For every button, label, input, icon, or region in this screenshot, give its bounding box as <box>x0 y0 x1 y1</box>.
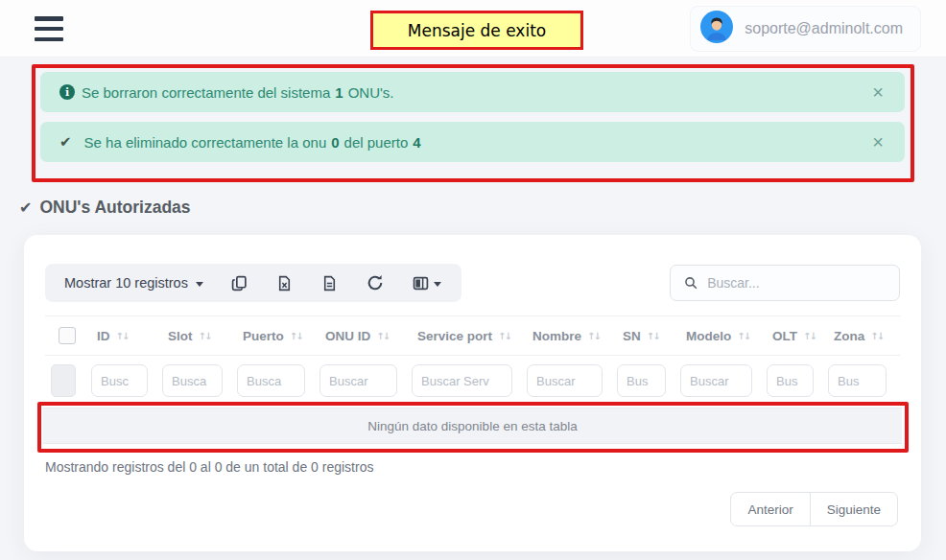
column-header-sn[interactable]: SN ↑↓ <box>615 329 678 343</box>
refresh-button[interactable] <box>352 264 398 302</box>
filter-cell <box>615 364 678 397</box>
filter-slot-input[interactable] <box>162 364 223 397</box>
close-icon[interactable]: × <box>872 82 884 102</box>
sort-icon: ↑↓ <box>376 331 389 341</box>
column-header-service-port[interactable]: Service port ↑↓ <box>410 329 525 343</box>
page-title-text: ONU's Autorizadas <box>39 198 190 218</box>
info-icon: i <box>59 84 75 100</box>
column-label: OLT <box>772 329 797 343</box>
alert-text: Se ha eliminado correctamente la onu 0 d… <box>84 134 421 151</box>
select-all-checkbox[interactable] <box>59 327 76 344</box>
pagination: Anterior Siguiente <box>730 492 898 526</box>
onus-table-card: Mostrar 10 registros <box>24 235 921 551</box>
column-label: Puerto <box>243 329 284 343</box>
alert-text-part: Se borraron correctamente del sistema <box>82 84 330 101</box>
column-header-id[interactable]: ID ↑↓ <box>89 329 160 343</box>
column-header-nombre[interactable]: Nombre ↑↓ <box>525 329 615 343</box>
filter-modelo-input[interactable] <box>680 364 752 397</box>
filter-disabled-box <box>51 364 76 397</box>
alert-text-part: ONU's. <box>348 84 394 101</box>
close-icon[interactable]: × <box>872 132 884 152</box>
column-label: Slot <box>168 329 193 343</box>
file-export-button[interactable] <box>307 264 352 302</box>
filter-service-port-input[interactable] <box>412 364 512 397</box>
column-header-modelo[interactable]: Modelo ↑↓ <box>678 329 765 343</box>
table-toolbar: Mostrar 10 registros <box>45 264 900 302</box>
filter-nombre-input[interactable] <box>527 364 603 397</box>
filter-cell <box>235 364 318 397</box>
refresh-icon <box>367 274 384 292</box>
sort-icon: ↑↓ <box>870 331 883 341</box>
filter-cell <box>678 364 765 397</box>
filter-onu-id-input[interactable] <box>319 364 397 397</box>
excel-file-icon <box>276 275 293 292</box>
excel-export-button[interactable] <box>262 264 307 302</box>
copy-button[interactable] <box>217 264 262 302</box>
search-input[interactable] <box>707 275 886 291</box>
column-header-puerto[interactable]: Puerto ↑↓ <box>235 329 318 343</box>
filter-zona-input[interactable] <box>828 364 887 397</box>
table-info-text: Mostrando registros del 0 al 0 de un tot… <box>45 459 900 475</box>
alert-count: 1 <box>335 84 343 101</box>
check-icon: ✔ <box>19 198 32 217</box>
empty-table-message: Ningún dato disponible en esta tabla <box>43 408 902 444</box>
avatar <box>700 11 733 47</box>
hamburger-menu-icon[interactable] <box>35 16 63 41</box>
next-page-button[interactable]: Siguiente <box>810 492 898 526</box>
filter-sn-input[interactable] <box>617 364 666 397</box>
filter-cell <box>525 364 615 397</box>
column-label: Modelo <box>686 329 731 343</box>
table-buttons-group: Mostrar 10 registros <box>45 264 461 302</box>
check-icon: ✔ <box>59 133 72 151</box>
page-length-dropdown[interactable]: Mostrar 10 registros <box>51 275 217 291</box>
filter-cell <box>160 364 235 397</box>
alert-onus-deleted: i Se borraron correctamente del sistema … <box>40 72 905 112</box>
columns-icon <box>413 275 429 292</box>
column-header-slot[interactable]: Slot ↑↓ <box>160 329 235 343</box>
filter-olt-input[interactable] <box>767 364 814 397</box>
column-label: ID <box>97 329 110 343</box>
column-header-olt[interactable]: OLT ↑↓ <box>765 329 826 343</box>
chevron-down-icon <box>434 282 441 287</box>
filter-cell <box>89 364 160 397</box>
alert-text-part: Se ha eliminado correctamente la onu <box>84 134 327 151</box>
hamburger-bar <box>35 16 63 21</box>
column-label: Nombre <box>532 329 581 343</box>
alert-text-part: del puerto <box>344 134 409 151</box>
filter-cell <box>410 364 525 397</box>
filter-cell <box>765 364 826 397</box>
filter-id-input[interactable] <box>91 364 148 397</box>
alert-port-number: 4 <box>413 134 420 151</box>
column-label: ONU ID <box>325 329 370 343</box>
table-filter-row <box>45 356 900 408</box>
table-search <box>670 265 900 301</box>
copy-icon <box>231 275 248 292</box>
sort-icon: ↑↓ <box>116 331 129 341</box>
column-label: Zona <box>834 329 864 343</box>
search-icon <box>684 275 698 291</box>
screen: soporte@adminolt.com Mensaje de exito i … <box>0 0 946 560</box>
document-icon <box>321 275 338 292</box>
column-header-onu-id[interactable]: ONU ID ↑↓ <box>318 329 410 343</box>
user-menu[interactable]: soporte@adminolt.com <box>690 6 921 52</box>
select-all-cell <box>45 327 89 344</box>
sort-icon: ↑↓ <box>199 331 211 341</box>
hamburger-bar <box>35 27 63 32</box>
page-title: ✔ ONU's Autorizadas <box>19 198 191 218</box>
previous-page-button[interactable]: Anterior <box>730 492 810 526</box>
column-label: Service port <box>417 329 492 343</box>
chevron-down-icon <box>196 282 203 287</box>
alert-onu-removed: ✔ Se ha eliminado correctamente la onu 0… <box>40 122 905 162</box>
alerts-container: i Se borraron correctamente del sistema … <box>40 72 905 172</box>
page-length-label: Mostrar 10 registros <box>64 275 188 291</box>
annotation-success-label: Mensaje de exito <box>370 11 583 50</box>
column-visibility-button[interactable] <box>398 264 456 302</box>
table-header-row: ID ↑↓ Slot ↑↓ Puerto ↑↓ ONU ID ↑↓ Servic… <box>45 315 900 356</box>
empty-state-wrap: Ningún dato disponible en esta tabla <box>43 408 902 444</box>
alert-onu-number: 0 <box>331 134 339 151</box>
sort-icon: ↑↓ <box>498 331 510 341</box>
user-email: soporte@adminolt.com <box>745 20 903 37</box>
column-header-zona[interactable]: Zona ↑↓ <box>826 329 899 343</box>
sort-icon: ↑↓ <box>587 331 600 341</box>
filter-puerto-input[interactable] <box>237 364 305 397</box>
